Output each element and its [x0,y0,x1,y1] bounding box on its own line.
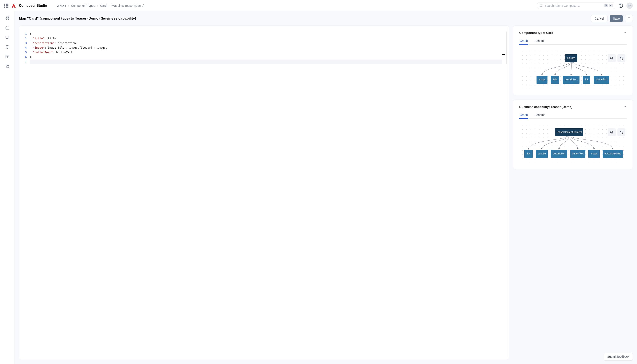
code-text: : title, [45,37,58,40]
tab-schema[interactable]: Schema [534,112,546,119]
panel-header: Business capability: Teaser (Demo) [519,105,627,108]
graph-node: description [565,78,577,81]
chevron-right-icon: › [68,4,69,7]
chevron-down-icon[interactable] [623,105,627,108]
breadcrumb-item[interactable]: Mapping: Teaser (Demo) [112,4,144,7]
content-area: 1 2 3 4 5 6 7 { "title": title, "descrip… [15,26,637,364]
breadcrumb: WNDR › Component Types › Card › Mapping:… [57,4,144,7]
app-header: Composer Studio WNDR › Component Types ›… [0,0,637,11]
chevron-right-icon: › [109,4,110,7]
svg-rect-4 [6,16,7,18]
svg-rect-8 [6,36,8,38]
line-number: 2 [19,36,27,41]
graph-node: image [539,78,546,81]
home-icon[interactable] [5,25,10,30]
help-icon[interactable] [618,3,623,8]
svg-line-1 [542,6,542,7]
keyboard-shortcut: ⌘ K [604,4,613,7]
line-number: 6 [19,55,27,59]
code-key: "buttonText" [33,51,53,54]
logo-icon[interactable] [11,3,16,8]
graph-node: buttonText [595,78,607,81]
svg-rect-6 [6,18,7,20]
line-number: 3 [19,41,27,46]
sidebar [0,11,15,364]
svg-point-0 [540,4,542,6]
avatar[interactable]: PR [626,2,633,9]
copy-icon[interactable] [5,64,10,68]
tab-graph[interactable]: Graph [519,112,528,119]
right-column: Component type: Card Graph Schema [513,26,633,360]
business-capability-panel: Business capability: Teaser (Demo) Graph… [513,100,633,170]
layout-icon[interactable] [5,54,10,59]
graph-node: subtitle [538,152,546,155]
tab-schema[interactable]: Schema [534,38,546,44]
graph-node-root: TeaserContentElement [556,131,582,134]
graph-node-root: SfCard [567,56,575,60]
graph-node: title [553,78,557,81]
more-menu-button[interactable] [625,15,633,22]
menu-icon [627,16,630,20]
chevron-down-icon[interactable] [623,31,627,34]
graph-node: description [553,152,565,155]
code-key: "image" [33,46,45,49]
code-editor[interactable]: 1 2 3 4 5 6 7 { "title": title, "descrip… [19,32,509,64]
globe-icon[interactable] [5,44,10,49]
code-text: : buttonText [53,51,73,54]
breadcrumb-item[interactable]: WNDR [57,4,66,7]
panel-title: Component type: Card [519,31,553,34]
app-title: Composer Studio [19,4,47,8]
code-text: { [30,32,31,35]
page-actions: Cancel Save [591,15,633,22]
code-key: "description" [33,42,55,44]
svg-rect-13 [7,66,9,68]
search-input-container[interactable]: ⌘ K [537,2,615,9]
panel-title: Business capability: Teaser (Demo) [519,105,572,108]
gallery-icon[interactable] [5,35,10,40]
dashboard-icon[interactable] [5,16,10,20]
submit-feedback-button[interactable]: Submit feedback [604,353,633,361]
graph-canvas[interactable]: TeaserContentElement title subtitle desc… [519,122,627,164]
code-editor-panel: 1 2 3 4 5 6 7 { "title": title, "descrip… [19,26,509,360]
line-number: 5 [19,50,27,55]
graph-node: title [527,152,531,155]
graph-node: buttonLinkSlug [604,152,621,155]
header-left: Composer Studio [4,3,47,8]
graph-node: image [591,152,598,155]
svg-point-3 [621,6,621,7]
chevron-right-icon: › [97,4,98,7]
tabs: Graph Schema [519,38,627,44]
svg-rect-5 [8,16,9,18]
breadcrumb-item[interactable]: Component Types [71,4,95,7]
code-text: } [30,55,31,58]
svg-rect-7 [8,18,9,20]
search-icon [539,4,543,7]
graph-canvas[interactable]: SfCard image title description link butt [519,48,627,90]
graph-node: buttonText [572,152,584,155]
line-gutter: 1 2 3 4 5 6 7 [19,32,30,64]
header-right: ⌘ K PR [537,2,633,9]
line-number: 4 [19,46,27,50]
scroll-marker [502,54,505,55]
graph-node: link [584,78,588,81]
line-number: 7 [19,60,27,64]
tabs: Graph Schema [519,112,627,119]
component-type-panel: Component type: Card Graph Schema [513,26,633,95]
graph-svg: TeaserContentElement title subtitle desc… [519,122,627,164]
apps-grid-icon[interactable] [4,4,9,8]
code-key: "title" [33,37,45,40]
cancel-button[interactable]: Cancel [591,15,607,22]
graph-svg: SfCard image title description link butt [519,48,627,90]
page-header: Map "Card" (component type) to Teaser (D… [15,11,637,26]
breadcrumb-item[interactable]: Card [100,4,107,7]
code-text: : description, [54,42,78,44]
search-input[interactable] [545,4,602,7]
panel-header: Component type: Card [519,31,627,34]
tab-graph[interactable]: Graph [519,38,528,44]
code-text: : image.file ? image.file.url : image, [45,46,107,49]
kbd-k: K [609,4,613,7]
main-content: Map "Card" (component type) to Teaser (D… [15,11,637,364]
code-content[interactable]: { "title": title, "description": descrip… [30,32,507,64]
kbd-cmd: ⌘ [604,4,608,7]
save-button[interactable]: Save [610,15,623,22]
